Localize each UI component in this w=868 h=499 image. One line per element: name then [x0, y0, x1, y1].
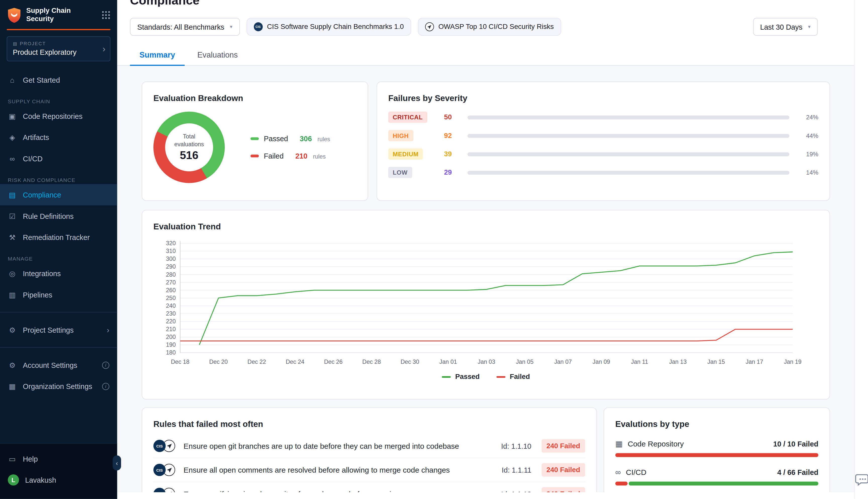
trend-legend: Passed Failed: [153, 373, 819, 381]
svg-text:Dec 22: Dec 22: [247, 358, 266, 365]
svg-text:Jan 07: Jan 07: [554, 358, 572, 365]
severity-bar-track: [468, 134, 790, 138]
help-button[interactable]: ▭ Help: [0, 448, 117, 469]
svg-text:Dec 24: Dec 24: [286, 358, 305, 365]
sidebar: Supply Chain Security ▤ PROJECT Product …: [0, 0, 117, 499]
tab-evaluations[interactable]: Evaluations: [188, 45, 247, 65]
evaluation-donut: Total evaluations 516: [153, 112, 225, 183]
module-grid-icon[interactable]: [101, 11, 111, 20]
card-title: Evaluation Trend: [153, 222, 819, 231]
sidebar-header: Supply Chain Security: [0, 0, 117, 28]
type-label: CI/CD: [626, 468, 646, 476]
rule-row[interactable]: CIS Ensure verifying signed commits of n…: [153, 482, 585, 492]
severity-count: 39: [444, 150, 468, 158]
remediation-icon: ⚒: [8, 233, 17, 241]
sidebar-item-artifacts[interactable]: ◈ Artifacts: [0, 126, 117, 148]
svg-text:Dec 30: Dec 30: [400, 358, 419, 365]
severity-badge: MEDIUM: [388, 148, 423, 160]
summary-content: Evaluation Breakdown Total evaluations 5…: [117, 66, 868, 492]
donut-center-label: Total evaluations: [172, 133, 207, 147]
organization-icon: ▦: [8, 382, 17, 390]
card-title: Evalutions by type: [615, 419, 818, 429]
tab-bar: Summary Evaluations: [117, 45, 868, 66]
tab-summary[interactable]: Summary: [130, 45, 185, 66]
rule-source-icons: CIS: [153, 464, 175, 476]
cis-logo-icon: CIS: [153, 440, 166, 452]
project-selector[interactable]: ▤ PROJECT Product Exploratory ›: [7, 36, 111, 61]
page-header: Compliance: [117, 0, 868, 7]
chevron-down-icon: ▾: [230, 24, 232, 30]
legend-item-passed: Passed: [442, 373, 480, 381]
evaluation-breakdown-card: Evaluation Breakdown Total evaluations 5…: [142, 82, 368, 201]
section-label-manage: MANAGE: [0, 248, 117, 263]
sidebar-item-integrations[interactable]: ◎ Integrations: [0, 263, 117, 284]
standards-filter-dropdown[interactable]: Standards: All Benchmarks ▾: [130, 18, 240, 36]
svg-text:Jan 19: Jan 19: [784, 358, 802, 365]
chevron-right-icon: ›: [102, 44, 106, 54]
chat-help-icon[interactable]: [854, 472, 868, 488]
project-label: ▤ PROJECT: [13, 41, 98, 46]
section-label-risk-and-compliance: RISK AND COMPLIANCE: [0, 169, 117, 184]
donut-legend-value: 210: [295, 152, 307, 160]
date-range-dropdown[interactable]: Last 30 Days ▾: [753, 18, 818, 36]
rule-description: Ensure all open comments are resolved be…: [184, 466, 502, 474]
chevron-down-icon: ▾: [808, 24, 810, 30]
type-failed-value: 4 / 66 Failed: [777, 468, 819, 476]
avatar: L: [8, 474, 19, 485]
sidebar-collapse-handle[interactable]: ‹: [113, 455, 121, 470]
sidebar-item-remediation-tracker[interactable]: ⚒ Remediation Tracker: [0, 227, 117, 248]
sidebar-item-rule-definitions[interactable]: ☑ Rule Definitions: [0, 205, 117, 227]
trend-legend-swatch: [442, 376, 451, 378]
type-row: ∞ CI/CD 4 / 66 Failed: [615, 467, 818, 485]
rule-source-icons: CIS: [153, 488, 175, 492]
svg-text:300: 300: [166, 256, 176, 262]
severity-count: 29: [444, 169, 468, 177]
donut-legend-swatch: [250, 155, 259, 157]
svg-text:210: 210: [166, 326, 176, 332]
sidebar-nav: ⌂ Get Started SUPPLY CHAIN ▣ Code Reposi…: [0, 69, 117, 397]
rule-source-icons: CIS: [153, 440, 175, 452]
severity-bar-track: [468, 152, 790, 156]
svg-text:Jan 01: Jan 01: [439, 358, 457, 365]
scrollbar-gutter: [854, 0, 868, 499]
sidebar-item-code-repositories[interactable]: ▣ Code Repositories: [0, 106, 117, 126]
severity-badge: CRITICAL: [388, 112, 427, 123]
rule-row[interactable]: CIS Ensure open git branches are up to d…: [153, 434, 585, 458]
severity-count: 92: [444, 132, 468, 139]
card-title: Failures by Severity: [388, 93, 818, 103]
severity-count: 50: [444, 113, 468, 121]
sidebar-item-project-settings[interactable]: ⚙ Project Settings ›: [0, 319, 117, 340]
filter-bar: Standards: All Benchmarks ▾ CIS CIS Soft…: [117, 7, 868, 36]
chevron-right-icon: ›: [107, 325, 109, 334]
svg-text:Jan 15: Jan 15: [707, 358, 725, 365]
svg-text:200: 200: [166, 334, 176, 340]
cis-benchmark-chip[interactable]: CIS CIS Software Supply Chain Benchmarks…: [246, 18, 411, 36]
section-label-supply-chain: SUPPLY CHAIN: [0, 90, 117, 106]
svg-text:220: 220: [166, 318, 176, 325]
type-label: Code Repository: [628, 439, 684, 448]
sidebar-item-cicd[interactable]: ∞ CI/CD: [0, 148, 117, 169]
sidebar-item-compliance[interactable]: ▤ Compliance: [0, 184, 117, 205]
severity-bar-track: [468, 115, 790, 119]
svg-text:Jan 17: Jan 17: [746, 358, 763, 365]
severity-row: LOW 29 14%: [388, 167, 818, 178]
donut-total-value: 516: [180, 149, 198, 161]
app-logo-shield-icon: [7, 7, 22, 23]
infinity-icon: ∞: [8, 154, 17, 162]
sidebar-item-pipelines[interactable]: ▥ Pipelines: [0, 284, 117, 305]
owasp-chip[interactable]: OWASP Top 10 CI/CD Security Risks: [418, 18, 561, 36]
sidebar-item-account-settings[interactable]: ⚙ Account Settings i: [0, 354, 117, 375]
repository-icon: ▦: [615, 439, 623, 448]
failed-count-badge: 240 Failed: [542, 439, 585, 452]
failures-by-severity-card: Failures by Severity CRITICAL 50 24% HIG…: [376, 82, 830, 201]
infinity-icon: ∞: [615, 467, 621, 477]
integrations-icon: ◎: [8, 269, 17, 278]
user-menu[interactable]: L Lavakush: [0, 469, 117, 490]
svg-text:250: 250: [166, 295, 176, 301]
svg-text:260: 260: [166, 287, 176, 293]
rule-row[interactable]: CIS Ensure all open comments are resolve…: [153, 458, 585, 483]
sidebar-item-organization-settings[interactable]: ▦ Organization Settings i: [0, 376, 117, 397]
sidebar-item-get-started[interactable]: ⌂ Get Started: [0, 69, 117, 90]
cis-logo-icon: CIS: [254, 22, 263, 32]
svg-text:230: 230: [166, 310, 176, 317]
